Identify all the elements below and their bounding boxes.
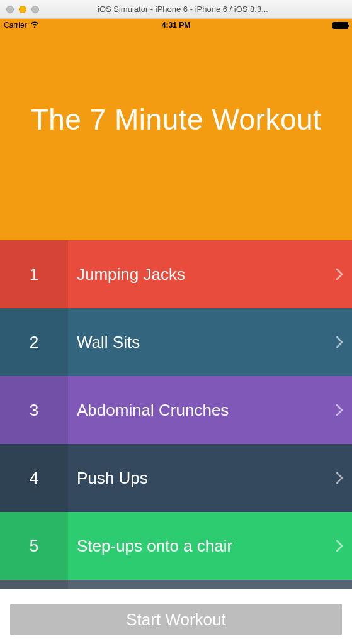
window-title: iOS Simulator - iPhone 6 - iPhone 6 / iO… [45, 4, 321, 14]
exercise-row-5[interactable]: 5 Step-ups onto a chair [0, 512, 352, 580]
wifi-icon [30, 21, 39, 30]
battery-icon [332, 22, 348, 29]
window-maximize-button[interactable] [31, 6, 39, 13]
exercise-number: 1 [0, 240, 68, 308]
exercise-label: Jumping Jacks [68, 265, 327, 284]
traffic-lights [6, 6, 39, 13]
chevron-right-icon [327, 268, 352, 280]
exercise-row-4[interactable]: 4 Push Ups [0, 444, 352, 512]
carrier-label: Carrier [4, 21, 27, 30]
chevron-right-icon [327, 540, 352, 552]
exercise-number: 4 [0, 444, 68, 512]
bottom-bar: Start Workout [0, 597, 352, 644]
window-chrome: iOS Simulator - iPhone 6 - iPhone 6 / iO… [0, 0, 352, 19]
ios-screen: Carrier 4:31 PM The 7 Minute Workout 1 J… [0, 19, 352, 644]
exercise-list[interactable]: 1 Jumping Jacks 2 Wall Sits 3 Abdominal … [0, 240, 352, 644]
status-bar: Carrier 4:31 PM [0, 19, 352, 31]
exercise-number: 3 [0, 376, 68, 444]
exercise-row-2[interactable]: 2 Wall Sits [0, 308, 352, 376]
exercise-row-1[interactable]: 1 Jumping Jacks [0, 240, 352, 308]
exercise-row-partial [0, 580, 352, 589]
chevron-right-icon [327, 404, 352, 416]
start-workout-button[interactable]: Start Workout [10, 604, 342, 635]
window-close-button[interactable] [6, 6, 14, 13]
header: Carrier 4:31 PM The 7 Minute Workout [0, 19, 352, 240]
app-title: The 7 Minute Workout [31, 103, 322, 137]
status-left: Carrier [4, 21, 39, 30]
window-minimize-button[interactable] [19, 6, 26, 13]
chevron-right-icon [327, 472, 352, 484]
exercise-row-3[interactable]: 3 Abdominal Crunches [0, 376, 352, 444]
chevron-right-icon [327, 336, 352, 348]
status-time: 4:31 PM [162, 21, 190, 30]
exercise-number: 5 [0, 512, 68, 580]
exercise-label: Push Ups [68, 469, 327, 488]
exercise-label: Step-ups onto a chair [68, 536, 327, 556]
exercise-label: Wall Sits [68, 333, 327, 352]
title-area: The 7 Minute Workout [0, 31, 352, 240]
status-right [332, 22, 348, 29]
exercise-number: 2 [0, 308, 68, 376]
exercise-label: Abdominal Crunches [68, 401, 327, 420]
